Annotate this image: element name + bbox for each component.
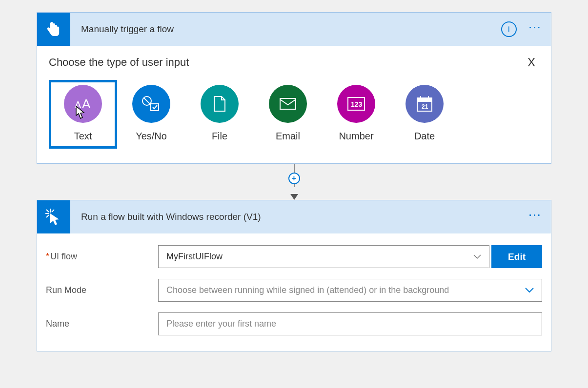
svg-text:A: A bbox=[75, 99, 81, 110]
name-input[interactable] bbox=[158, 312, 542, 335]
svg-line-15 bbox=[46, 210, 49, 212]
click-cursor-icon bbox=[44, 208, 63, 226]
run-mode-dropdown[interactable]: Choose between running while signed in (… bbox=[158, 279, 542, 302]
svg-rect-4 bbox=[151, 104, 159, 111]
input-type-label: Number bbox=[339, 131, 373, 142]
connector: + bbox=[37, 164, 551, 200]
input-type-email[interactable]: Email bbox=[254, 80, 322, 149]
ui-flow-dropdown[interactable]: MyFirstUIFlow bbox=[158, 245, 489, 268]
add-step-button[interactable]: + bbox=[288, 173, 300, 184]
input-type-text[interactable]: A A Text bbox=[49, 80, 117, 149]
svg-rect-5 bbox=[280, 98, 296, 109]
svg-text:A: A bbox=[82, 97, 91, 111]
input-type-title: Choose the type of user input bbox=[49, 56, 189, 69]
action-title: Run a flow built with Windows recorder (… bbox=[81, 212, 528, 222]
input-type-number[interactable]: 123 Number bbox=[322, 80, 390, 149]
trigger-title: Manually trigger a flow bbox=[81, 24, 501, 35]
action-card: Run a flow built with Windows recorder (… bbox=[37, 200, 551, 351]
svg-text:21: 21 bbox=[422, 103, 428, 110]
ui-flow-label: *UI flow bbox=[46, 252, 158, 262]
trigger-header[interactable]: Manually trigger a flow i ··· bbox=[37, 13, 551, 46]
required-star: * bbox=[46, 252, 49, 261]
svg-rect-9 bbox=[417, 98, 432, 102]
action-form: *UI flow MyFirstUIFlow Edit Run Mode Cho… bbox=[37, 233, 551, 351]
input-type-label: Yes/No bbox=[136, 131, 167, 142]
run-mode-row: Run Mode Choose between running while si… bbox=[46, 279, 542, 302]
svg-text:123: 123 bbox=[351, 100, 363, 108]
file-icon bbox=[201, 85, 239, 123]
touch-icon bbox=[46, 19, 61, 39]
name-row: Name bbox=[46, 312, 542, 335]
input-type-label: Date bbox=[414, 131, 435, 142]
name-label: Name bbox=[46, 319, 158, 329]
run-mode-label: Run Mode bbox=[46, 285, 158, 295]
chevron-down-icon bbox=[473, 254, 481, 259]
svg-line-3 bbox=[144, 98, 150, 104]
input-type-header: Choose the type of user input X bbox=[49, 56, 539, 69]
action-icon-box bbox=[37, 200, 70, 233]
trigger-body: Choose the type of user input X A A Text bbox=[37, 46, 551, 163]
more-menu-icon[interactable]: ··· bbox=[528, 23, 541, 35]
calendar-icon: 21 bbox=[406, 85, 444, 123]
arrow-down-icon bbox=[290, 194, 298, 200]
email-icon bbox=[269, 85, 307, 123]
run-mode-placeholder: Choose between running while signed in (… bbox=[166, 285, 449, 295]
edit-button[interactable]: Edit bbox=[491, 245, 542, 268]
ui-flow-row: *UI flow MyFirstUIFlow Edit bbox=[46, 245, 542, 268]
close-icon[interactable]: X bbox=[527, 56, 535, 69]
ui-flow-value: MyFirstUIFlow bbox=[166, 252, 223, 262]
input-type-label: File bbox=[212, 131, 227, 142]
info-icon[interactable]: i bbox=[501, 21, 517, 37]
input-type-label: Email bbox=[276, 131, 300, 142]
trigger-card: Manually trigger a flow i ··· Choose the… bbox=[37, 12, 551, 164]
text-aa-icon: A A bbox=[64, 85, 102, 123]
svg-line-16 bbox=[52, 210, 54, 212]
input-type-date[interactable]: 21 Date bbox=[390, 80, 459, 149]
number-icon: 123 bbox=[337, 85, 375, 123]
more-menu-icon[interactable]: ··· bbox=[528, 211, 541, 223]
action-header[interactable]: Run a flow built with Windows recorder (… bbox=[37, 200, 551, 233]
svg-line-17 bbox=[46, 215, 49, 217]
yesno-icon bbox=[132, 85, 170, 123]
input-type-file[interactable]: File bbox=[185, 80, 254, 149]
input-type-label: Text bbox=[74, 131, 92, 142]
trigger-icon-box bbox=[37, 13, 70, 46]
chevron-down-icon bbox=[525, 288, 534, 293]
input-type-list: A A Text Y bbox=[49, 80, 539, 149]
input-type-yesno[interactable]: Yes/No bbox=[117, 80, 185, 149]
